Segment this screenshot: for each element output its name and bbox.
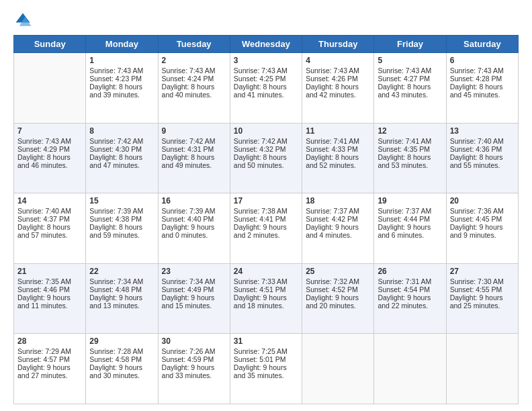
sunrise-text: Sunrise: 7:39 AM bbox=[162, 207, 226, 215]
sunset-text: Sunset: 4:54 PM bbox=[378, 285, 442, 293]
day-number: 22 bbox=[89, 267, 154, 276]
day-number: 12 bbox=[378, 126, 442, 136]
calendar-cell bbox=[14, 53, 86, 124]
sunrise-text: Sunrise: 7:43 AM bbox=[17, 137, 82, 145]
sunrise-text: Sunrise: 7:30 AM bbox=[450, 277, 515, 285]
sunrise-text: Sunrise: 7:31 AM bbox=[378, 277, 442, 285]
day-number: 6 bbox=[450, 56, 515, 65]
calendar-cell bbox=[446, 334, 518, 404]
day-number: 20 bbox=[450, 196, 515, 205]
sunrise-text: Sunrise: 7:43 AM bbox=[450, 66, 515, 75]
calendar-week-row: 1Sunrise: 7:43 AMSunset: 4:23 PMDaylight… bbox=[14, 53, 519, 124]
sunrise-text: Sunrise: 7:43 AM bbox=[162, 66, 226, 75]
calendar-table: SundayMondayTuesdayWednesdayThursdayFrid… bbox=[13, 35, 519, 404]
daylight-text: Daylight: 9 hours and 22 minutes. bbox=[378, 293, 442, 310]
daylight-text: Daylight: 9 hours and 25 minutes. bbox=[450, 293, 515, 310]
sunset-text: Sunset: 5:01 PM bbox=[234, 355, 298, 363]
calendar-cell: 6Sunrise: 7:43 AMSunset: 4:28 PMDaylight… bbox=[446, 53, 518, 124]
day-number: 2 bbox=[162, 56, 226, 65]
sunrise-text: Sunrise: 7:42 AM bbox=[89, 137, 154, 145]
sunset-text: Sunset: 4:33 PM bbox=[306, 145, 370, 153]
day-number: 19 bbox=[378, 196, 442, 205]
daylight-text: Daylight: 9 hours and 0 minutes. bbox=[162, 223, 226, 239]
logo bbox=[13, 11, 35, 30]
daylight-text: Daylight: 8 hours and 53 minutes. bbox=[378, 153, 442, 169]
day-number: 8 bbox=[89, 126, 154, 136]
calendar-cell bbox=[302, 334, 374, 404]
calendar-header-sunday: Sunday bbox=[14, 36, 86, 53]
calendar-header-row: SundayMondayTuesdayWednesdayThursdayFrid… bbox=[14, 36, 519, 53]
daylight-text: Daylight: 8 hours and 45 minutes. bbox=[450, 83, 515, 99]
daylight-text: Daylight: 8 hours and 40 minutes. bbox=[162, 83, 226, 99]
sunset-text: Sunset: 4:58 PM bbox=[89, 355, 154, 363]
sunset-text: Sunset: 4:35 PM bbox=[378, 145, 442, 153]
sunrise-text: Sunrise: 7:26 AM bbox=[162, 347, 226, 355]
sunrise-text: Sunrise: 7:41 AM bbox=[306, 137, 370, 145]
sunrise-text: Sunrise: 7:40 AM bbox=[450, 137, 515, 145]
calendar-cell: 8Sunrise: 7:42 AMSunset: 4:30 PMDaylight… bbox=[86, 123, 158, 193]
daylight-text: Daylight: 8 hours and 42 minutes. bbox=[306, 83, 370, 99]
sunset-text: Sunset: 4:49 PM bbox=[162, 285, 226, 293]
sunset-text: Sunset: 4:25 PM bbox=[234, 75, 298, 83]
calendar-cell: 4Sunrise: 7:43 AMSunset: 4:26 PMDaylight… bbox=[302, 53, 374, 124]
calendar-cell: 26Sunrise: 7:31 AMSunset: 4:54 PMDayligh… bbox=[374, 263, 446, 334]
calendar-header-saturday: Saturday bbox=[446, 36, 518, 53]
daylight-text: Daylight: 9 hours and 15 minutes. bbox=[162, 293, 226, 310]
daylight-text: Daylight: 8 hours and 52 minutes. bbox=[306, 153, 370, 169]
sunrise-text: Sunrise: 7:33 AM bbox=[234, 277, 298, 285]
sunset-text: Sunset: 4:42 PM bbox=[306, 215, 370, 223]
calendar-cell: 23Sunrise: 7:34 AMSunset: 4:49 PMDayligh… bbox=[158, 263, 230, 334]
sunrise-text: Sunrise: 7:34 AM bbox=[162, 277, 226, 285]
calendar-week-row: 14Sunrise: 7:40 AMSunset: 4:37 PMDayligh… bbox=[14, 193, 519, 264]
calendar-week-row: 21Sunrise: 7:35 AMSunset: 4:46 PMDayligh… bbox=[14, 263, 519, 334]
sunset-text: Sunset: 4:32 PM bbox=[234, 145, 298, 153]
sunrise-text: Sunrise: 7:43 AM bbox=[89, 66, 154, 75]
calendar-cell bbox=[374, 334, 446, 404]
day-number: 21 bbox=[17, 267, 82, 276]
calendar-cell: 9Sunrise: 7:42 AMSunset: 4:31 PMDaylight… bbox=[158, 123, 230, 193]
calendar-cell: 11Sunrise: 7:41 AMSunset: 4:33 PMDayligh… bbox=[302, 123, 374, 193]
day-number: 31 bbox=[234, 336, 298, 346]
calendar-week-row: 7Sunrise: 7:43 AMSunset: 4:29 PMDaylight… bbox=[14, 123, 519, 193]
sunrise-text: Sunrise: 7:34 AM bbox=[89, 277, 154, 285]
calendar-cell: 25Sunrise: 7:32 AMSunset: 4:52 PMDayligh… bbox=[302, 263, 374, 334]
calendar-header-wednesday: Wednesday bbox=[230, 36, 302, 53]
day-number: 1 bbox=[89, 56, 154, 65]
sunrise-text: Sunrise: 7:37 AM bbox=[378, 207, 442, 215]
sunrise-text: Sunrise: 7:32 AM bbox=[306, 277, 370, 285]
calendar-cell: 20Sunrise: 7:36 AMSunset: 4:45 PMDayligh… bbox=[446, 193, 518, 264]
sunrise-text: Sunrise: 7:43 AM bbox=[378, 66, 442, 75]
sunrise-text: Sunrise: 7:40 AM bbox=[17, 207, 82, 215]
sunset-text: Sunset: 4:46 PM bbox=[17, 285, 82, 293]
day-number: 23 bbox=[162, 267, 226, 276]
sunrise-text: Sunrise: 7:28 AM bbox=[89, 347, 154, 355]
day-number: 25 bbox=[306, 267, 370, 276]
sunset-text: Sunset: 4:26 PM bbox=[306, 75, 370, 83]
daylight-text: Daylight: 9 hours and 6 minutes. bbox=[378, 223, 442, 239]
day-number: 26 bbox=[378, 267, 442, 276]
sunrise-text: Sunrise: 7:35 AM bbox=[17, 277, 82, 285]
sunrise-text: Sunrise: 7:37 AM bbox=[306, 207, 370, 215]
sunset-text: Sunset: 4:29 PM bbox=[17, 145, 82, 153]
daylight-text: Daylight: 8 hours and 43 minutes. bbox=[378, 83, 442, 99]
sunset-text: Sunset: 4:59 PM bbox=[162, 355, 226, 363]
sunrise-text: Sunrise: 7:29 AM bbox=[17, 347, 82, 355]
sunrise-text: Sunrise: 7:43 AM bbox=[234, 66, 298, 75]
sunset-text: Sunset: 4:57 PM bbox=[17, 355, 82, 363]
sunrise-text: Sunrise: 7:42 AM bbox=[234, 137, 298, 145]
daylight-text: Daylight: 9 hours and 13 minutes. bbox=[89, 293, 154, 310]
calendar-cell: 31Sunrise: 7:25 AMSunset: 5:01 PMDayligh… bbox=[230, 334, 302, 404]
calendar-header-thursday: Thursday bbox=[302, 36, 374, 53]
calendar-cell: 2Sunrise: 7:43 AMSunset: 4:24 PMDaylight… bbox=[158, 53, 230, 124]
sunset-text: Sunset: 4:48 PM bbox=[89, 285, 154, 293]
sunset-text: Sunset: 4:30 PM bbox=[89, 145, 154, 153]
calendar-header-tuesday: Tuesday bbox=[158, 36, 230, 53]
day-number: 29 bbox=[89, 336, 154, 346]
calendar-cell: 28Sunrise: 7:29 AMSunset: 4:57 PMDayligh… bbox=[14, 334, 86, 404]
sunset-text: Sunset: 4:23 PM bbox=[89, 75, 154, 83]
day-number: 5 bbox=[378, 56, 442, 65]
day-number: 27 bbox=[450, 267, 515, 276]
day-number: 7 bbox=[17, 126, 82, 136]
day-number: 13 bbox=[450, 126, 515, 136]
day-number: 9 bbox=[162, 126, 226, 136]
